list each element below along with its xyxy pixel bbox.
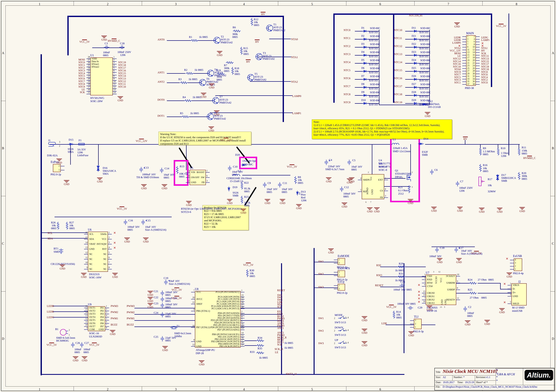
label-6: 6 — [365, 201, 367, 203]
pin-stub — [422, 303, 426, 303]
pin-stub — [510, 260, 514, 260]
label-r3: R3 — [178, 78, 182, 81]
pin-stub — [422, 283, 426, 283]
pin-name-OUT2: OUT2 — [89, 309, 95, 312]
label-sw3: SW3 — [318, 286, 324, 289]
gnd-symbol: GND — [209, 84, 214, 89]
frame-row-A-left: A — [2, 51, 4, 55]
ref-D10: D10 — [361, 99, 366, 102]
sheet-cell: Sheet* of * — [475, 380, 496, 385]
pin-name-GND: GND — [196, 340, 201, 343]
label-c17: C17 — [459, 247, 463, 250]
gnd-symbol: GND — [485, 320, 490, 326]
sheet-title: Nixie Clock MCU NCM107 — [443, 368, 498, 374]
ref-U5: U5 — [190, 167, 193, 170]
label-pow: Pow — [301, 193, 306, 196]
part-D6: BAV103 — [369, 71, 378, 74]
label-djk-02a: DJK-02A — [47, 154, 58, 157]
pin-stub — [191, 327, 195, 328]
wire-segment — [98, 144, 99, 165]
net-label-RESET: RESET — [277, 289, 285, 292]
gnd-symbol: GND — [101, 36, 107, 41]
label-r18: R18 — [234, 67, 239, 70]
label-10uf-16v: 10uF 16V — [282, 188, 293, 191]
label-c4: C4 — [329, 159, 332, 162]
net-label-PWM1: PWM1 — [111, 317, 118, 320]
gnd-symbol: GND — [479, 208, 485, 213]
revision-cell: Revision:v1.1 — [475, 375, 496, 380]
ic-u4[interactable] — [362, 174, 384, 199]
label-10uf-16v: 10uF 16V — [145, 226, 156, 228]
label-mode: MODE — [335, 314, 343, 317]
label-r30: R30 — [250, 269, 254, 272]
label-r7: R7 — [224, 64, 227, 67]
ref-ExMODE: ExMODE — [338, 255, 349, 258]
pin-number: 10 — [191, 325, 195, 327]
label-c24: C24 — [154, 311, 158, 314]
pin-number: 18 — [241, 341, 244, 344]
pin-stub — [84, 269, 88, 269]
label-3: 3 — [433, 271, 434, 273]
net-label-NTC15: NTC15 — [118, 72, 126, 75]
pin-number: 23 — [467, 64, 469, 67]
label-10k: 10k — [69, 224, 73, 227]
pin-number: 19 — [241, 344, 244, 346]
pkg-D22: SOD-80C — [420, 43, 431, 46]
label-c10: C10 — [233, 165, 237, 168]
pin-name-HVout2: HVout2 — [92, 65, 99, 68]
note-1[interactable]: Note:1) if L1 = 220uH 1.45A (CDRH127/LDN… — [312, 119, 452, 139]
label-sma: SMA — [103, 172, 108, 175]
pin-number: 1 — [339, 271, 340, 273]
label-0805: 0805 — [488, 278, 494, 281]
ref-T3: T3 — [263, 52, 266, 55]
part-D10: BAV103 — [369, 103, 378, 106]
net-label-HV: HV — [481, 49, 485, 52]
frame-col-6-top: 6 — [379, 2, 381, 6]
pkg-D11: SOD-80C — [420, 27, 431, 30]
pin-name-VIN: VIN — [191, 171, 195, 174]
pin-name-IN6: IN6 — [100, 322, 104, 325]
net-label-NTC3: NTC3 — [425, 78, 461, 81]
pin-number: 11 — [113, 83, 116, 86]
gnd-symbol: GND — [408, 199, 413, 205]
revision-label: Revision: — [476, 376, 486, 378]
label-1k-0805: 1k 0805 — [395, 269, 404, 272]
pin-number: 14 — [472, 51, 475, 54]
number-label: Number: — [454, 376, 463, 378]
part-T7: PMBTA42 — [219, 101, 231, 104]
pin-stub — [422, 286, 426, 287]
power-port-hvmid_c: HVMID_C — [108, 39, 120, 43]
pin-number: 4 — [507, 293, 511, 296]
no-connect-mark: ✕ — [113, 231, 116, 235]
pin-number: 29 — [467, 72, 469, 75]
wire-segment — [491, 14, 492, 87]
frame-tick — [210, 386, 210, 391]
label-r29: R29 — [399, 262, 403, 265]
label-c15: C15 — [146, 219, 150, 222]
label-0805: 0805 — [467, 315, 473, 318]
pin-stub — [462, 66, 466, 66]
wire-segment — [192, 101, 213, 101]
label-1206: 1206 — [501, 155, 506, 157]
label-smb: SMB — [233, 194, 238, 197]
label-smd-6-3x7-7mm: SMD 6.3x7.7mm — [325, 168, 344, 171]
pin-number: 8 — [106, 327, 107, 329]
gnd-symbol: GND — [265, 199, 270, 205]
pkg-D25: SOD-80C — [420, 67, 431, 70]
label-220uf-16v: 220uF 16V — [328, 165, 340, 168]
part-ExPow-0: PH2.0-2p — [51, 173, 61, 176]
net-label-NTC9: NTC9 — [344, 101, 350, 104]
pin-number: 2 — [241, 310, 242, 313]
pin-name-CBUS3: CBUS3 — [427, 302, 435, 305]
label-1206: 1206 — [77, 151, 83, 154]
note-0[interactable]: Warning Note:If the U5 IC RT8258 is used… — [158, 132, 251, 145]
net-label-SCK: SCK — [481, 52, 486, 55]
label-ss26: SS26 — [68, 148, 73, 150]
net-label-NTC19: NTC19 — [118, 61, 126, 64]
pin-number: 4 — [113, 64, 115, 67]
wire-segment — [210, 112, 293, 113]
label-r8: R8 — [298, 176, 301, 179]
pin-stub — [456, 283, 460, 283]
label-q1: Q1 — [395, 169, 398, 172]
label-10k: 10k — [250, 272, 254, 275]
